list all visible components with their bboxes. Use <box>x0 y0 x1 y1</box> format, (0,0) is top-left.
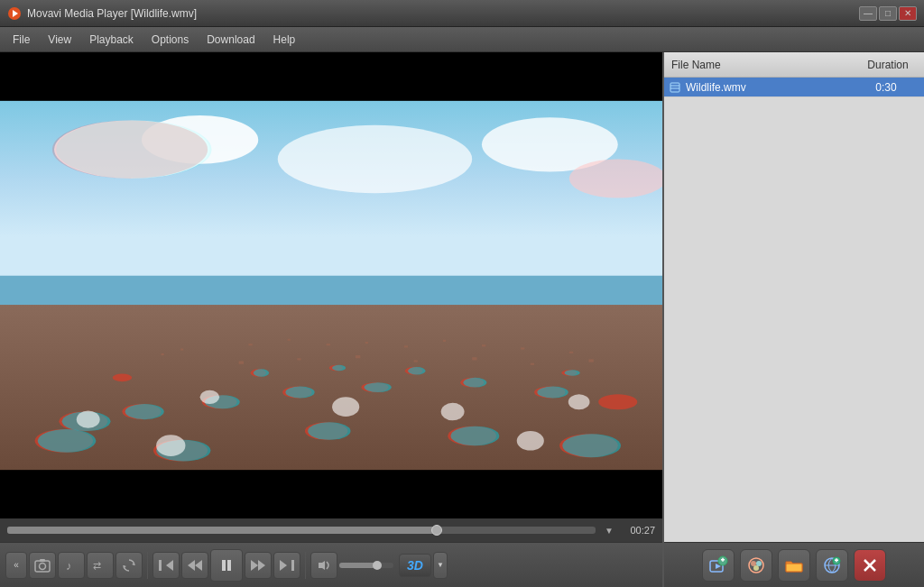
svg-rect-3 <box>0 470 662 518</box>
forward-button[interactable] <box>245 552 272 579</box>
playlist-item-name: Wildlife.wmv <box>686 81 852 94</box>
svg-point-9 <box>569 159 662 197</box>
controls-separator <box>147 552 148 579</box>
svg-text:⇄: ⇄ <box>93 560 101 571</box>
prev-button[interactable] <box>152 552 180 579</box>
right-bottom-toolbar <box>664 542 924 587</box>
controls-separator-2 <box>305 552 306 579</box>
svg-marker-88 <box>280 560 287 571</box>
svg-rect-57 <box>327 344 330 345</box>
effects-button[interactable] <box>740 549 772 582</box>
svg-rect-58 <box>365 342 368 344</box>
svg-rect-68 <box>356 355 360 358</box>
ab-repeat-icon: ⇄ <box>92 559 108 572</box>
menu-bar: FileViewPlaybackOptionsDownloadHelp <box>0 27 924 52</box>
menu-item-options[interactable]: Options <box>143 30 198 50</box>
svg-point-41 <box>308 422 350 439</box>
svg-rect-65 <box>569 352 573 353</box>
minimize-button[interactable]: — <box>859 6 877 21</box>
svg-marker-86 <box>251 560 258 571</box>
svg-point-74 <box>40 563 46 569</box>
svg-text:♪: ♪ <box>66 559 72 573</box>
svg-marker-80 <box>166 560 173 571</box>
audio-button[interactable]: ♪ <box>58 552 85 579</box>
svg-rect-69 <box>414 360 418 362</box>
svg-point-47 <box>565 370 580 375</box>
remove-icon <box>862 557 878 573</box>
forward-icon <box>250 559 266 572</box>
playlist-header: File Name Duration <box>664 52 924 78</box>
svg-point-54 <box>517 431 544 451</box>
menu-item-playback[interactable]: Playback <box>80 30 143 50</box>
svg-point-101 <box>756 561 762 566</box>
seek-dropdown-button[interactable]: ▼ <box>601 524 617 537</box>
svg-point-38 <box>537 387 568 399</box>
rewind-icon <box>187 559 203 572</box>
volume-button[interactable] <box>310 552 337 579</box>
rewind-button[interactable] <box>181 552 208 579</box>
3d-mode-button[interactable]: 3D <box>399 554 431 577</box>
controls-bar: « ♪ ⇄ <box>0 542 662 587</box>
3d-mode-dropdown[interactable]: ▼ <box>433 552 448 579</box>
svg-rect-81 <box>159 560 162 571</box>
svg-point-52 <box>568 394 590 409</box>
svg-rect-70 <box>472 357 476 360</box>
pause-button[interactable] <box>210 549 243 582</box>
volume-icon <box>316 559 332 572</box>
snapshot-icon <box>34 558 51 573</box>
svg-rect-91 <box>670 83 679 92</box>
add-clip-button[interactable] <box>702 549 735 582</box>
playlist-item[interactable]: Wildlife.wmv0:30 <box>664 78 924 97</box>
rotate-button[interactable] <box>116 552 143 579</box>
svg-marker-78 <box>132 563 134 565</box>
seek-thumb <box>431 525 442 536</box>
title-bar: Movavi Media Player [Wildlife.wmv] — □ ✕ <box>0 0 924 27</box>
svg-marker-79 <box>124 565 126 568</box>
seek-progress <box>7 527 437 534</box>
menu-item-file[interactable]: File <box>4 30 39 50</box>
svg-point-53 <box>156 435 185 456</box>
svg-point-35 <box>285 387 314 399</box>
svg-point-42 <box>450 426 499 446</box>
svg-marker-90 <box>319 561 325 570</box>
svg-point-45 <box>332 365 346 371</box>
expand-button[interactable]: « <box>5 552 27 579</box>
audio-icon: ♪ <box>64 558 79 573</box>
add-url-button[interactable] <box>816 549 848 582</box>
menu-item-view[interactable]: View <box>39 30 80 50</box>
app-icon <box>7 6 22 21</box>
svg-point-11 <box>56 120 211 179</box>
svg-point-49 <box>200 390 220 404</box>
right-panel: File Name Duration Wildlife.wmv0:30 <box>662 52 924 587</box>
remove-button[interactable] <box>854 549 886 582</box>
prev-icon <box>158 559 174 572</box>
ab-repeat-button[interactable]: ⇄ <box>87 552 114 579</box>
svg-point-21 <box>598 394 637 409</box>
svg-point-37 <box>463 378 486 388</box>
svg-rect-84 <box>222 560 226 571</box>
svg-rect-2 <box>0 52 662 101</box>
svg-point-33 <box>125 404 164 419</box>
menu-item-download[interactable]: Download <box>198 30 263 50</box>
pause-icon <box>219 558 234 573</box>
snapshot-button[interactable] <box>29 552 56 579</box>
svg-rect-72 <box>588 359 593 362</box>
menu-item-help[interactable]: Help <box>264 30 305 50</box>
left-panel: ▼ 00:27 « ♪ ⇄ <box>0 52 662 587</box>
open-folder-button[interactable] <box>778 549 810 582</box>
next-button[interactable] <box>273 552 300 579</box>
next-icon <box>279 559 295 572</box>
svg-point-48 <box>77 410 100 427</box>
svg-point-7 <box>278 125 472 193</box>
close-window-button[interactable]: ✕ <box>899 6 917 21</box>
seek-bar[interactable] <box>7 527 596 534</box>
svg-rect-63 <box>521 347 524 349</box>
volume-thumb <box>373 561 382 570</box>
volume-slider[interactable] <box>339 563 393 568</box>
svg-rect-75 <box>40 559 45 562</box>
maximize-button[interactable]: □ <box>879 6 897 21</box>
svg-point-43 <box>562 434 621 457</box>
rotate-icon <box>122 558 136 573</box>
video-display <box>0 52 662 518</box>
svg-point-44 <box>254 369 269 377</box>
